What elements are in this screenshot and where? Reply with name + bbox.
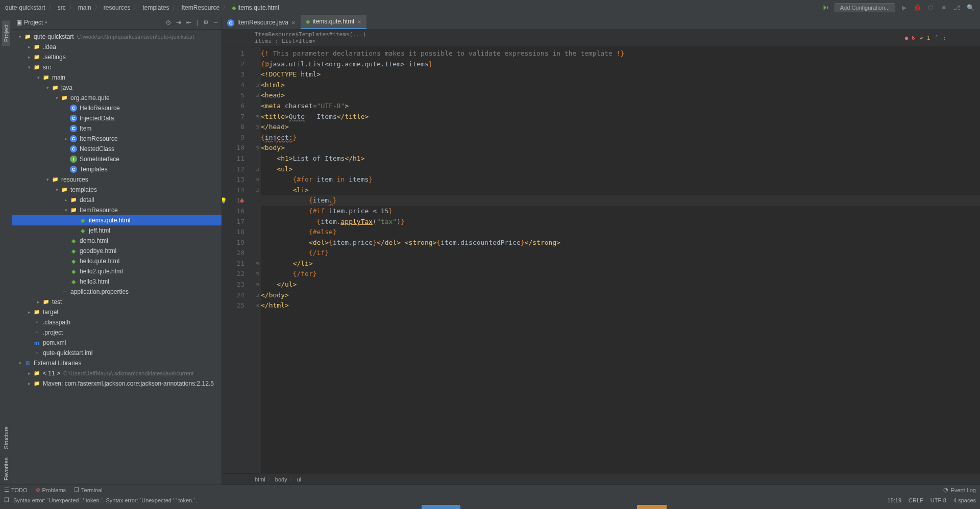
gutter: 123456789101112131415●💡16171819202122232… [222,46,254,473]
tree-node[interactable]: ◆hello2.qute.html [12,266,222,276]
add-configuration-button[interactable]: Add Configuration... [835,3,895,12]
tree-node[interactable]: ◆hello.qute.html [12,256,222,266]
expand-all-icon[interactable]: ⇥ [176,19,181,26]
status-bar: ❐ Syntax error: `Unexpected '.' token.`.… [0,495,980,505]
breadcrumb-item[interactable]: src [58,4,66,11]
tree-node[interactable]: ▫qute-quickstart.iml [12,348,222,358]
left-tool-rail: Project Structure Favorites [0,15,12,485]
tab-close-icon[interactable]: × [357,18,361,26]
tree-node[interactable]: ▾📁qute-quickstartC:\work\src\tmp\quarkus… [12,32,222,42]
left-tab-favorites[interactable]: Favorites [2,453,10,485]
run-icon[interactable]: ▶ [899,3,909,12]
left-tab-project[interactable]: Project [2,20,10,46]
context-method: ItemResource$Templates#items(...) [255,31,366,38]
editor-breadcrumb-item[interactable]: html [255,476,265,482]
tree-node[interactable]: ▫application.properties [12,287,222,297]
editor-breadcrumb-item[interactable]: body [275,476,287,482]
editor-area: CItemResource.java×◆items.qute.html× Ite… [222,15,980,485]
tree-node[interactable]: ▸CItemResource [12,134,222,144]
fold-column[interactable]: ⊟⊟⊟⊟⊟⊟⊟⊟⊟⊟⊟⊟⊟ [254,46,261,473]
editor-tabs: CItemResource.java×◆items.qute.html× [222,15,980,30]
editor-tab[interactable]: ◆items.qute.html× [301,15,366,29]
error-badge[interactable]: ● 6 [905,35,915,41]
tree-node[interactable]: CTemplates [12,164,222,174]
memory-progress-bar [0,505,980,509]
tree-node[interactable]: CInjectedData [12,113,222,123]
inspection-chevron-icon[interactable]: ˄ ⋮ [935,35,947,41]
tree-node[interactable]: CItem [12,123,222,134]
breadcrumb-item[interactable]: templates [142,4,169,11]
tree-node[interactable]: ◆items.qute.html [12,215,222,225]
tree-node[interactable]: ▸📁target [12,307,222,317]
project-panel-title[interactable]: ▣Project▾ [16,19,166,26]
git-icon[interactable]: ⎇ [952,3,962,12]
tree-node[interactable]: ▸📁.settings [12,52,222,62]
tree-node[interactable]: ▸📁Maven: com.fasterxml.jackson.core:jack… [12,378,222,389]
status-position[interactable]: 15:19 [888,497,902,503]
search-icon[interactable]: 🔍 [966,3,975,12]
build-icon[interactable] [821,3,830,12]
editor-tab[interactable]: CItemResource.java× [222,16,301,29]
bottom-tab-terminal[interactable]: ❐Terminal [74,487,103,493]
project-panel-header: ▣Project▾ ⊙ ⇥ ⇤ | ⚙ − [12,15,222,30]
tree-node[interactable]: CHelloResource [12,103,222,113]
tree-node[interactable]: ▾📁resources [12,174,222,185]
tree-node[interactable]: ▾⊞External Libraries [12,358,222,368]
tree-node[interactable]: ◆jeff.html [12,225,222,236]
main-area: Project Structure Favorites ▣Project▾ ⊙ … [0,15,980,485]
code-body[interactable]: {! This parameter declarations makes it … [261,46,980,473]
tree-node[interactable]: ▫.project [12,327,222,338]
tree-node[interactable]: ◆goodbye.html [12,246,222,256]
breadcrumb-item[interactable]: main [78,4,91,11]
breadcrumb-item[interactable]: qute-quickstart [5,4,45,11]
tree-node[interactable]: ▸📁< 11 >C:\Users\JeffMaury\.sdkman\candi… [12,368,222,378]
editor-breadcrumb-item[interactable]: ul [297,476,302,482]
bottom-tab-problems[interactable]: ⊘Problems [36,487,66,493]
tree-node[interactable]: ▾📁java [12,83,222,93]
project-panel: ▣Project▾ ⊙ ⇥ ⇤ | ⚙ − ▾📁qute-quickstartC… [12,15,222,485]
bottom-tab-todo[interactable]: ☰TODO [4,487,28,493]
context-type: items : List<Item> [255,38,366,44]
bottom-tab-eventlog[interactable]: ◔Event Log [943,487,976,493]
left-tab-structure[interactable]: Structure [2,422,10,453]
settings-icon[interactable]: ⚙ [203,19,209,26]
status-encoding[interactable]: UTF-8 [930,497,946,503]
tree-node[interactable]: ▸📁.idea [12,42,222,52]
warning-badge[interactable]: ✔ 1 [920,35,930,41]
editor-context-bar: ItemResource$Templates#items(...) items … [222,30,980,46]
editor-breadcrumb[interactable]: html〉body〉ul [222,473,980,485]
stop-icon[interactable]: ■ [939,3,948,12]
tree-node[interactable]: CNestedClass [12,144,222,154]
breadcrumb: qute-quickstart〉src〉main〉resources〉templ… [5,3,821,12]
tree-node[interactable]: ▾📁org.acme.qute [12,93,222,103]
tree-node[interactable]: ▸📁test [12,297,222,307]
toolbar-actions: Add Configuration... ▶ 🐞 ⬡ ■ ⎇ 🔍 [821,3,975,12]
project-tree[interactable]: ▾📁qute-quickstartC:\work\src\tmp\quarkus… [12,30,222,485]
status-line-sep[interactable]: CRLF [909,497,923,503]
navigation-bar: qute-quickstart〉src〉main〉resources〉templ… [0,0,980,15]
tree-node[interactable]: ▸📁detail [12,195,222,205]
tree-node[interactable]: ▾📁templates [12,185,222,195]
coverage-icon[interactable]: ⬡ [926,3,935,12]
tree-node[interactable]: mpom.xml [12,338,222,348]
tree-node[interactable]: ◆hello3.html [12,276,222,287]
tree-node[interactable]: ▾📁ItemResource [12,205,222,215]
breadcrumb-item[interactable]: ◆ items.qute.html [232,4,279,11]
hide-icon[interactable]: − [214,19,217,26]
tree-node[interactable]: ▫.classpath [12,317,222,327]
tree-node[interactable]: ◆demo.html [12,236,222,246]
collapse-all-icon[interactable]: ⇤ [186,19,191,26]
locate-icon[interactable]: ⊙ [166,19,171,26]
tab-close-icon[interactable]: × [291,19,296,27]
status-message: Syntax error: `Unexpected '.' token.`. S… [13,497,888,503]
debug-icon[interactable]: 🐞 [913,3,922,12]
breadcrumb-item[interactable]: ItemResource [181,4,219,11]
tree-node[interactable]: ISomeInterface [12,154,222,164]
status-hint-icon[interactable]: ❐ [4,497,9,503]
status-indent[interactable]: 4 spaces [953,497,976,503]
editor-content[interactable]: 123456789101112131415●💡16171819202122232… [222,46,980,473]
tree-node[interactable]: ▾📁src [12,62,222,72]
tree-node[interactable]: ▾📁main [12,72,222,83]
bottom-tool-tabs: ☰TODO ⊘Problems ❐Terminal ◔Event Log [0,485,980,495]
breadcrumb-item[interactable]: resources [104,4,131,11]
